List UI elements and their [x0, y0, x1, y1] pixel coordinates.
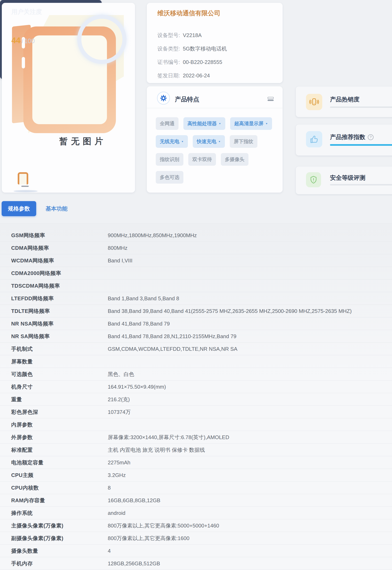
- feature-tag-label: 双卡双待: [192, 156, 212, 163]
- score-divider: /: [22, 37, 24, 45]
- spec-label: 屏幕数量: [11, 358, 33, 365]
- spec-value: Band 38,Band 39,Band 40,Band 41(2555-257…: [108, 308, 352, 314]
- feature-tag-label: 多色可选: [160, 174, 179, 180]
- spec-row: WCDMA网络频率 Band I,VIII: [0, 254, 392, 267]
- spec-value: 800万像素以上,其它更高像素:5000+5000+1460: [108, 522, 219, 529]
- spec-row: 副摄像头像素(万像素) 800万像素以上,其它更高像素:1600: [0, 532, 392, 545]
- spec-value: 屏幕像素:3200×1440,屏幕尺寸:6.78(英寸),AMOLED: [108, 434, 229, 441]
- spec-label: 标准配置: [11, 446, 33, 453]
- spec-value: 4: [108, 548, 111, 554]
- recommend-index-bar: [330, 144, 392, 146]
- spec-value: GSM,CDMA,WCDMA,LTEFDD,TDLTE,NR NSA,NR SA: [108, 346, 238, 352]
- spec-row: CDMA网络频率 800MHz: [0, 242, 392, 254]
- no-image-label: 暂无图片: [59, 135, 106, 147]
- phone-outline-icon[interactable]: [18, 172, 28, 184]
- spec-row: 机身尺寸 164.91×75.50×9.49(mm): [0, 380, 392, 393]
- spec-value: 900MHz,1800MHz,850MHz,1900MHz: [108, 232, 197, 238]
- feature-tag[interactable]: 多摄像头: [221, 153, 249, 166]
- stack-icon[interactable]: [267, 97, 274, 102]
- spec-value: 16GB,6GB,8GB,12GB: [108, 497, 160, 503]
- spec-label: TDLTE网络频率: [11, 307, 50, 315]
- field-value: V2218A: [183, 32, 202, 38]
- spec-value: Band I,VIII: [108, 257, 132, 264]
- spec-label: 外屏参数: [11, 434, 33, 441]
- spec-row: 内屏参数: [0, 418, 392, 431]
- stack-bar: [267, 100, 274, 101]
- spec-label: TDSCDMA网络频率: [11, 282, 60, 289]
- attention-title: 用户关注度: [11, 8, 42, 16]
- spec-row: 手机制式 GSM,CDMA,WCDMA,LTEFDD,TDLTE,NR NSA,…: [0, 343, 392, 355]
- spec-row: 主摄像头像素(万像素) 800万像素以上,其它更高像素:5000+5000+14…: [0, 519, 392, 532]
- field-label: 签发日期:: [157, 72, 180, 79]
- chevron-down-icon: ▼: [219, 122, 221, 125]
- spec-label: 彩色屏色深: [11, 408, 38, 416]
- spec-row: NR NSA网络频率 Band 41,Band 78,Band 79: [0, 317, 392, 330]
- tab-basic-functions[interactable]: 基本功能: [43, 201, 70, 216]
- feature-tag-label: 快速充电: [197, 138, 216, 145]
- spec-label: RAM内存容量: [11, 497, 45, 504]
- feature-tag[interactable]: 超高清显示屏 ▼: [230, 117, 272, 130]
- spec-label: GSM网络频率: [11, 232, 45, 239]
- spec-row: 操作系统 android: [0, 507, 392, 519]
- feature-tag[interactable]: 全网通: [156, 117, 179, 130]
- spec-row: LTEFDD网络频率 Band 1,Band 3,Band 5,Band 8: [0, 292, 392, 305]
- spec-row: 彩色屏色深 107374万: [0, 406, 392, 418]
- security-rating-card[interactable]: 安全等级评测: [296, 166, 392, 194]
- feature-tag[interactable]: 快速充电 ▼: [193, 135, 225, 148]
- spec-value: 800MHz: [108, 245, 127, 251]
- spec-label: CPU主频: [11, 471, 33, 479]
- thumb-up-icon: [306, 131, 322, 147]
- feature-tag[interactable]: 屏下指纹: [230, 135, 257, 148]
- feature-tag[interactable]: 高性能处理器 ▼: [183, 117, 225, 130]
- feature-tag-label: 超高清显示屏: [234, 120, 264, 127]
- spec-row: TDLTE网络频率 Band 38,Band 39,Band 40,Band 4…: [0, 305, 392, 317]
- hot-sales-card[interactable]: 产品热销度: [296, 87, 392, 117]
- phone-button-notch: [22, 57, 25, 68]
- hot-sales-title: 产品热销度: [330, 95, 360, 104]
- spec-label: NR SA网络频率: [11, 333, 50, 340]
- spec-value: 主机 内置电池 旅充 说明书 保修卡 数据线: [108, 446, 205, 453]
- feature-tag-label: 全网通: [160, 120, 174, 127]
- spec-row: CDMA2000网络频率: [0, 267, 392, 280]
- phone-vibrate-icon: [306, 94, 322, 110]
- product-features-card: 产品特点 全网通 高性能处理器 ▼ 超高清显示屏 ▼ 无线充电 ▼ 快速充电 ▼…: [147, 86, 283, 193]
- feature-tag[interactable]: 多色可选: [156, 171, 183, 184]
- spec-value: Band 1,Band 3,Band 5,Band 8: [108, 295, 179, 301]
- spec-label: CDMA2000网络频率: [11, 270, 61, 277]
- security-rating-bar: [330, 184, 392, 185]
- recommend-index-label: 产品推荐指数: [330, 133, 365, 141]
- feature-tag-label: 指纹识别: [160, 156, 179, 163]
- spec-label: 机身尺寸: [11, 383, 33, 390]
- field-label: 设备型号:: [157, 32, 180, 39]
- field-value: 2022-06-24: [183, 73, 210, 79]
- field-label: 证书编号:: [157, 59, 180, 66]
- help-icon[interactable]: ?: [368, 134, 374, 140]
- feature-tag[interactable]: 指纹识别: [156, 153, 183, 166]
- spec-row: 屏幕数量: [0, 355, 392, 368]
- spec-label: CPU内核数: [11, 484, 39, 491]
- spec-row: CPU内核数 8: [0, 481, 392, 494]
- score-total: 100: [24, 37, 35, 45]
- chevron-down-icon: ▼: [265, 122, 268, 125]
- feature-tag[interactable]: 双卡双待: [188, 153, 216, 166]
- spec-row: NR SA网络频率 Band 41,Band 78,Band 28,N1,211…: [0, 330, 392, 343]
- spec-row: 外屏参数 屏幕像素:3200×1440,屏幕尺寸:6.78(英寸),AMOLED: [0, 431, 392, 444]
- feature-tag-label: 屏下指纹: [234, 138, 253, 145]
- attention-score: 44 / 100: [11, 36, 35, 45]
- divider: [147, 108, 283, 108]
- certification-info-card: 维沃移动通信有限公司 设备型号: V2218A 设备类型: 5G数字移动电话机 …: [147, 3, 283, 83]
- tab-spec-params[interactable]: 规格参数: [2, 201, 36, 216]
- feature-tag[interactable]: 无线充电 ▼: [156, 135, 188, 148]
- spec-value: 107374万: [108, 408, 131, 416]
- spec-value: 128GB,256GB,512GB: [108, 560, 160, 567]
- feature-tags: 全网通 高性能处理器 ▼ 超高清显示屏 ▼ 无线充电 ▼ 快速充电 ▼ 屏下指纹…: [156, 117, 274, 184]
- spec-label: 手机制式: [11, 345, 33, 352]
- spec-value: Band 41,Band 78,Band 28,N1,2110-2155MHz,…: [108, 333, 237, 339]
- spec-row: 标准配置 主机 内置电池 旅充 说明书 保修卡 数据线: [0, 444, 392, 456]
- spec-label: CDMA网络频率: [11, 244, 49, 251]
- recommend-index-card[interactable]: 产品推荐指数 ?: [296, 125, 392, 155]
- feature-tag-label: 无线充电: [160, 138, 179, 145]
- stack-bar: [267, 97, 274, 99]
- certification-field-row: 证书编号: 00-B220-228555: [157, 59, 227, 66]
- spec-row: 重量 216.2(克): [0, 393, 392, 406]
